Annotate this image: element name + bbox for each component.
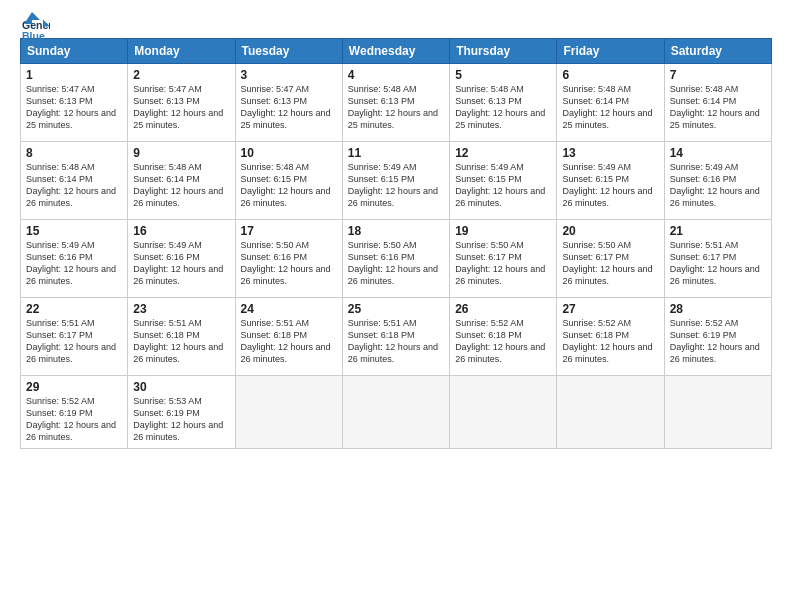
- table-row: 16Sunrise: 5:49 AM Sunset: 6:16 PM Dayli…: [128, 220, 235, 298]
- table-row: 18Sunrise: 5:50 AM Sunset: 6:16 PM Dayli…: [342, 220, 449, 298]
- table-row: 28Sunrise: 5:52 AM Sunset: 6:19 PM Dayli…: [664, 298, 771, 376]
- day-number: 7: [670, 68, 766, 82]
- table-row: 25Sunrise: 5:51 AM Sunset: 6:18 PM Dayli…: [342, 298, 449, 376]
- header: General Blue: [20, 16, 772, 28]
- table-row: [664, 376, 771, 449]
- day-info: Sunrise: 5:53 AM Sunset: 6:19 PM Dayligh…: [133, 395, 229, 444]
- svg-marker-3: [24, 12, 40, 24]
- day-info: Sunrise: 5:50 AM Sunset: 6:17 PM Dayligh…: [562, 239, 658, 288]
- day-number: 5: [455, 68, 551, 82]
- logo: General Blue: [20, 16, 50, 28]
- day-info: Sunrise: 5:50 AM Sunset: 6:16 PM Dayligh…: [241, 239, 337, 288]
- logo-arrow-icon: [22, 10, 40, 28]
- col-header-thursday: Thursday: [450, 39, 557, 64]
- day-number: 23: [133, 302, 229, 316]
- table-row: 12Sunrise: 5:49 AM Sunset: 6:15 PM Dayli…: [450, 142, 557, 220]
- table-row: 17Sunrise: 5:50 AM Sunset: 6:16 PM Dayli…: [235, 220, 342, 298]
- col-header-monday: Monday: [128, 39, 235, 64]
- day-number: 3: [241, 68, 337, 82]
- table-row: 23Sunrise: 5:51 AM Sunset: 6:18 PM Dayli…: [128, 298, 235, 376]
- day-info: Sunrise: 5:52 AM Sunset: 6:19 PM Dayligh…: [670, 317, 766, 366]
- table-row: 24Sunrise: 5:51 AM Sunset: 6:18 PM Dayli…: [235, 298, 342, 376]
- table-row: 19Sunrise: 5:50 AM Sunset: 6:17 PM Dayli…: [450, 220, 557, 298]
- day-number: 16: [133, 224, 229, 238]
- day-number: 9: [133, 146, 229, 160]
- table-row: 9Sunrise: 5:48 AM Sunset: 6:14 PM Daylig…: [128, 142, 235, 220]
- day-info: Sunrise: 5:49 AM Sunset: 6:16 PM Dayligh…: [670, 161, 766, 210]
- day-number: 8: [26, 146, 122, 160]
- day-number: 14: [670, 146, 766, 160]
- table-row: 21Sunrise: 5:51 AM Sunset: 6:17 PM Dayli…: [664, 220, 771, 298]
- day-info: Sunrise: 5:50 AM Sunset: 6:16 PM Dayligh…: [348, 239, 444, 288]
- day-number: 19: [455, 224, 551, 238]
- day-info: Sunrise: 5:51 AM Sunset: 6:18 PM Dayligh…: [241, 317, 337, 366]
- day-number: 10: [241, 146, 337, 160]
- day-number: 20: [562, 224, 658, 238]
- table-row: 4Sunrise: 5:48 AM Sunset: 6:13 PM Daylig…: [342, 64, 449, 142]
- table-row: 14Sunrise: 5:49 AM Sunset: 6:16 PM Dayli…: [664, 142, 771, 220]
- table-row: [342, 376, 449, 449]
- day-info: Sunrise: 5:48 AM Sunset: 6:14 PM Dayligh…: [670, 83, 766, 132]
- day-number: 28: [670, 302, 766, 316]
- col-header-tuesday: Tuesday: [235, 39, 342, 64]
- day-info: Sunrise: 5:51 AM Sunset: 6:17 PM Dayligh…: [670, 239, 766, 288]
- table-row: 13Sunrise: 5:49 AM Sunset: 6:15 PM Dayli…: [557, 142, 664, 220]
- day-info: Sunrise: 5:52 AM Sunset: 6:18 PM Dayligh…: [562, 317, 658, 366]
- col-header-saturday: Saturday: [664, 39, 771, 64]
- day-number: 22: [26, 302, 122, 316]
- day-number: 12: [455, 146, 551, 160]
- day-number: 30: [133, 380, 229, 394]
- table-row: 26Sunrise: 5:52 AM Sunset: 6:18 PM Dayli…: [450, 298, 557, 376]
- day-number: 26: [455, 302, 551, 316]
- day-number: 17: [241, 224, 337, 238]
- day-info: Sunrise: 5:48 AM Sunset: 6:13 PM Dayligh…: [455, 83, 551, 132]
- day-number: 21: [670, 224, 766, 238]
- day-info: Sunrise: 5:48 AM Sunset: 6:13 PM Dayligh…: [348, 83, 444, 132]
- calendar-table: SundayMondayTuesdayWednesdayThursdayFrid…: [20, 38, 772, 449]
- table-row: 3Sunrise: 5:47 AM Sunset: 6:13 PM Daylig…: [235, 64, 342, 142]
- day-info: Sunrise: 5:52 AM Sunset: 6:18 PM Dayligh…: [455, 317, 551, 366]
- page: General Blue SundayMon: [0, 0, 792, 612]
- day-info: Sunrise: 5:48 AM Sunset: 6:14 PM Dayligh…: [133, 161, 229, 210]
- table-row: 22Sunrise: 5:51 AM Sunset: 6:17 PM Dayli…: [21, 298, 128, 376]
- table-row: 10Sunrise: 5:48 AM Sunset: 6:15 PM Dayli…: [235, 142, 342, 220]
- day-number: 11: [348, 146, 444, 160]
- day-info: Sunrise: 5:51 AM Sunset: 6:18 PM Dayligh…: [133, 317, 229, 366]
- day-info: Sunrise: 5:47 AM Sunset: 6:13 PM Dayligh…: [133, 83, 229, 132]
- day-number: 15: [26, 224, 122, 238]
- svg-text:Blue: Blue: [22, 30, 45, 42]
- day-info: Sunrise: 5:48 AM Sunset: 6:14 PM Dayligh…: [562, 83, 658, 132]
- day-number: 6: [562, 68, 658, 82]
- day-number: 4: [348, 68, 444, 82]
- day-number: 18: [348, 224, 444, 238]
- day-info: Sunrise: 5:51 AM Sunset: 6:18 PM Dayligh…: [348, 317, 444, 366]
- day-number: 1: [26, 68, 122, 82]
- col-header-friday: Friday: [557, 39, 664, 64]
- col-header-wednesday: Wednesday: [342, 39, 449, 64]
- day-number: 24: [241, 302, 337, 316]
- day-info: Sunrise: 5:50 AM Sunset: 6:17 PM Dayligh…: [455, 239, 551, 288]
- day-info: Sunrise: 5:49 AM Sunset: 6:15 PM Dayligh…: [348, 161, 444, 210]
- day-info: Sunrise: 5:47 AM Sunset: 6:13 PM Dayligh…: [241, 83, 337, 132]
- table-row: [450, 376, 557, 449]
- table-row: 1Sunrise: 5:47 AM Sunset: 6:13 PM Daylig…: [21, 64, 128, 142]
- day-info: Sunrise: 5:49 AM Sunset: 6:16 PM Dayligh…: [26, 239, 122, 288]
- day-info: Sunrise: 5:49 AM Sunset: 6:16 PM Dayligh…: [133, 239, 229, 288]
- table-row: [235, 376, 342, 449]
- table-row: 6Sunrise: 5:48 AM Sunset: 6:14 PM Daylig…: [557, 64, 664, 142]
- day-number: 29: [26, 380, 122, 394]
- day-number: 2: [133, 68, 229, 82]
- day-info: Sunrise: 5:49 AM Sunset: 6:15 PM Dayligh…: [562, 161, 658, 210]
- table-row: 2Sunrise: 5:47 AM Sunset: 6:13 PM Daylig…: [128, 64, 235, 142]
- table-row: 15Sunrise: 5:49 AM Sunset: 6:16 PM Dayli…: [21, 220, 128, 298]
- table-row: 5Sunrise: 5:48 AM Sunset: 6:13 PM Daylig…: [450, 64, 557, 142]
- table-row: 30Sunrise: 5:53 AM Sunset: 6:19 PM Dayli…: [128, 376, 235, 449]
- day-info: Sunrise: 5:48 AM Sunset: 6:14 PM Dayligh…: [26, 161, 122, 210]
- table-row: 27Sunrise: 5:52 AM Sunset: 6:18 PM Dayli…: [557, 298, 664, 376]
- day-number: 27: [562, 302, 658, 316]
- table-row: 29Sunrise: 5:52 AM Sunset: 6:19 PM Dayli…: [21, 376, 128, 449]
- day-info: Sunrise: 5:51 AM Sunset: 6:17 PM Dayligh…: [26, 317, 122, 366]
- day-number: 25: [348, 302, 444, 316]
- day-number: 13: [562, 146, 658, 160]
- day-info: Sunrise: 5:48 AM Sunset: 6:15 PM Dayligh…: [241, 161, 337, 210]
